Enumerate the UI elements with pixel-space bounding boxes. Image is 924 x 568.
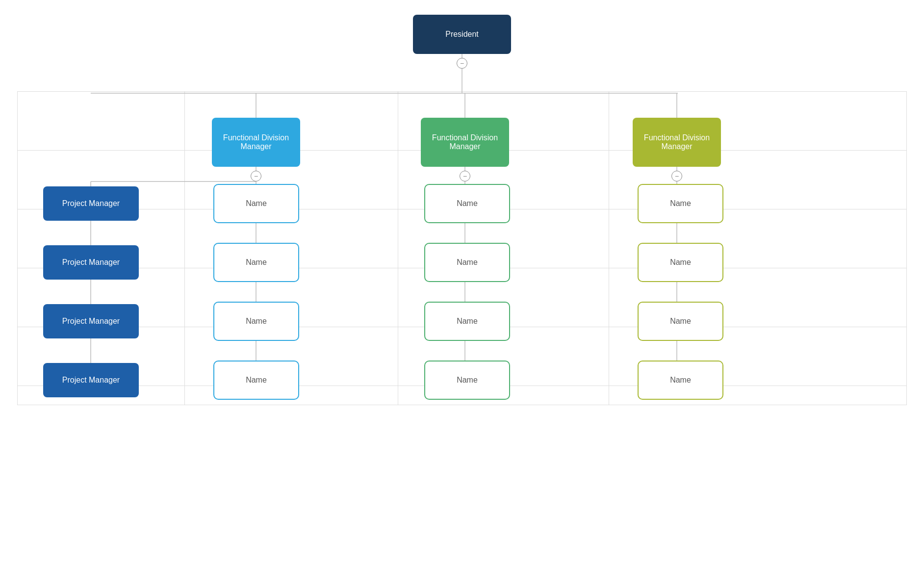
grid-col-3: [609, 92, 609, 405]
name-box-green-1[interactable]: Name: [424, 184, 510, 223]
pm-label-2: Project Manager: [62, 258, 120, 267]
grid-col-2: [398, 92, 398, 405]
name-box-olive-4[interactable]: Name: [638, 361, 723, 400]
pm-node-2[interactable]: Project Manager: [43, 245, 139, 280]
collapse-fdm-blue[interactable]: −: [251, 171, 261, 181]
pm-node-1[interactable]: Project Manager: [43, 186, 139, 221]
name-box-blue-2[interactable]: Name: [213, 243, 299, 282]
name-box-green-3[interactable]: Name: [424, 302, 510, 341]
fdm-blue-node[interactable]: Functional Division Manager: [212, 118, 300, 167]
name-box-blue-4[interactable]: Name: [213, 361, 299, 400]
name-blue-3-text: Name: [246, 317, 267, 326]
name-blue-2-text: Name: [246, 258, 267, 267]
name-olive-1-text: Name: [670, 199, 691, 208]
pm-node-3[interactable]: Project Manager: [43, 304, 139, 338]
name-blue-4-text: Name: [246, 376, 267, 385]
org-chart: President − Functional Division Manager …: [0, 0, 924, 568]
fdm-olive-node[interactable]: Functional Division Manager: [633, 118, 721, 167]
fdm-green-label: Functional Division Manager: [432, 133, 498, 151]
president-label: President: [445, 30, 479, 39]
name-box-green-2[interactable]: Name: [424, 243, 510, 282]
name-olive-2-text: Name: [670, 258, 691, 267]
name-green-3-text: Name: [457, 317, 478, 326]
president-node[interactable]: President: [413, 15, 511, 54]
name-box-olive-1[interactable]: Name: [638, 184, 723, 223]
name-box-blue-1[interactable]: Name: [213, 184, 299, 223]
fdm-green-node[interactable]: Functional Division Manager: [421, 118, 509, 167]
name-box-blue-3[interactable]: Name: [213, 302, 299, 341]
name-box-olive-2[interactable]: Name: [638, 243, 723, 282]
name-blue-1-text: Name: [246, 199, 267, 208]
collapse-fdm-olive[interactable]: −: [671, 171, 682, 181]
fdm-olive-label: Functional Division Manager: [644, 133, 710, 151]
fdm-blue-label: Functional Division Manager: [223, 133, 289, 151]
pm-label-3: Project Manager: [62, 317, 120, 326]
collapse-fdm-green[interactable]: −: [460, 171, 470, 181]
name-green-4-text: Name: [457, 376, 478, 385]
name-box-green-4[interactable]: Name: [424, 361, 510, 400]
pm-label-1: Project Manager: [62, 199, 120, 208]
collapse-president[interactable]: −: [457, 58, 467, 69]
name-green-1-text: Name: [457, 199, 478, 208]
grid-col-1: [184, 92, 185, 405]
pm-node-4[interactable]: Project Manager: [43, 363, 139, 397]
name-olive-3-text: Name: [670, 317, 691, 326]
name-box-olive-3[interactable]: Name: [638, 302, 723, 341]
name-olive-4-text: Name: [670, 376, 691, 385]
name-green-2-text: Name: [457, 258, 478, 267]
pm-label-4: Project Manager: [62, 376, 120, 385]
